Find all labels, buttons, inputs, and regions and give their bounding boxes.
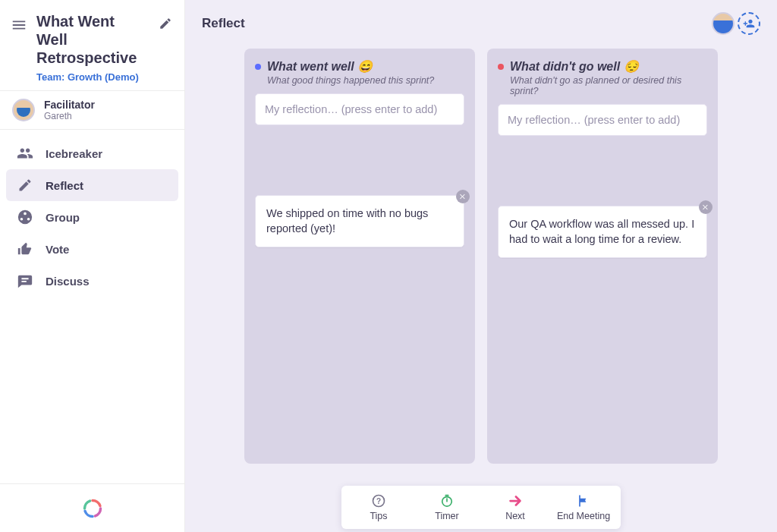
- phase-nav: Icebreaker Reflect Group Vote: [0, 130, 184, 304]
- reflect-columns: What went well 😄 What good things happen…: [185, 35, 777, 532]
- brand-logo[interactable]: [0, 483, 184, 532]
- flag-icon: [576, 493, 591, 508]
- column-subtitle: What didn't go as planned or desired thi…: [510, 75, 707, 96]
- nav-label: Group: [46, 211, 80, 224]
- nav-label: Reflect: [46, 179, 83, 192]
- pencil-icon: [17, 177, 33, 194]
- next-label: Next: [505, 511, 525, 521]
- meeting-title: What Went Well Retrospective: [36, 12, 149, 67]
- menu-icon[interactable]: [11, 17, 27, 33]
- column-dot-icon: [498, 64, 504, 70]
- nav-label: Icebreaker: [46, 147, 102, 160]
- facilitator-row[interactable]: Facilitator Gareth: [0, 90, 184, 130]
- invite-button[interactable]: [738, 12, 760, 35]
- column-title: What didn't go well 😔: [510, 59, 639, 74]
- avatar: [12, 99, 35, 121]
- column-title: What went well 😄: [267, 59, 373, 74]
- topbar: Reflect: [185, 0, 777, 35]
- nav-label: Vote: [46, 243, 69, 256]
- sidebar-header: What Went Well Retrospective Team: Growt…: [0, 0, 184, 90]
- next-button[interactable]: Next: [481, 490, 549, 524]
- reflection-card[interactable]: Our QA workflow was all messed up. I had…: [498, 206, 707, 258]
- reflection-card[interactable]: We shipped on time with no bugs reported…: [255, 195, 464, 247]
- reflection-input[interactable]: [255, 93, 464, 125]
- end-label: End Meeting: [557, 511, 610, 521]
- team-link[interactable]: Team: Growth (Demo): [36, 71, 149, 83]
- help-icon: ?: [371, 493, 386, 508]
- main: Reflect What went well 😄 What good thing…: [185, 0, 777, 532]
- sidebar: What Went Well Retrospective Team: Growt…: [0, 0, 185, 532]
- people-icon: [17, 145, 33, 162]
- tips-label: Tips: [370, 511, 387, 521]
- timer-icon: [439, 493, 455, 508]
- nav-item-group[interactable]: Group: [6, 201, 178, 233]
- reflection-text: We shipped on time with no bugs reported…: [266, 207, 428, 235]
- facilitator-role: Facilitator: [44, 99, 95, 111]
- reflection-input[interactable]: [498, 104, 707, 136]
- timer-label: Timer: [435, 511, 458, 521]
- svg-text:?: ?: [376, 497, 381, 505]
- column-subtitle: What good things happened this sprint?: [267, 75, 464, 86]
- nav-item-reflect[interactable]: Reflect: [6, 169, 178, 201]
- column-what-didnt-go-well: What didn't go well 😔 What didn't go as …: [487, 49, 718, 464]
- thumbs-icon: [17, 241, 33, 257]
- edit-icon[interactable]: [159, 17, 172, 33]
- chat-icon: [17, 272, 33, 289]
- column-what-went-well: What went well 😄 What good things happen…: [244, 49, 475, 464]
- facilitator-name: Gareth: [44, 111, 95, 121]
- svg-rect-3: [445, 495, 449, 496]
- end-meeting-button[interactable]: End Meeting: [549, 490, 618, 524]
- close-icon[interactable]: [456, 190, 470, 203]
- meeting-control-bar: ? Tips Timer Next End Meeting: [341, 486, 621, 529]
- close-icon[interactable]: [699, 200, 713, 214]
- nav-item-discuss[interactable]: Discuss: [6, 265, 178, 297]
- arrow-right-icon: [507, 493, 524, 508]
- participant-avatar[interactable]: [712, 12, 735, 35]
- tips-button[interactable]: ? Tips: [344, 490, 413, 524]
- nav-label: Discuss: [46, 275, 90, 288]
- page-title: Reflect: [202, 16, 245, 31]
- column-dot-icon: [255, 64, 261, 70]
- group-icon: [17, 209, 33, 225]
- nav-item-icebreaker[interactable]: Icebreaker: [6, 137, 178, 169]
- nav-item-vote[interactable]: Vote: [6, 233, 178, 265]
- timer-button[interactable]: Timer: [413, 490, 481, 524]
- reflection-text: Our QA workflow was all messed up. I had…: [509, 218, 694, 245]
